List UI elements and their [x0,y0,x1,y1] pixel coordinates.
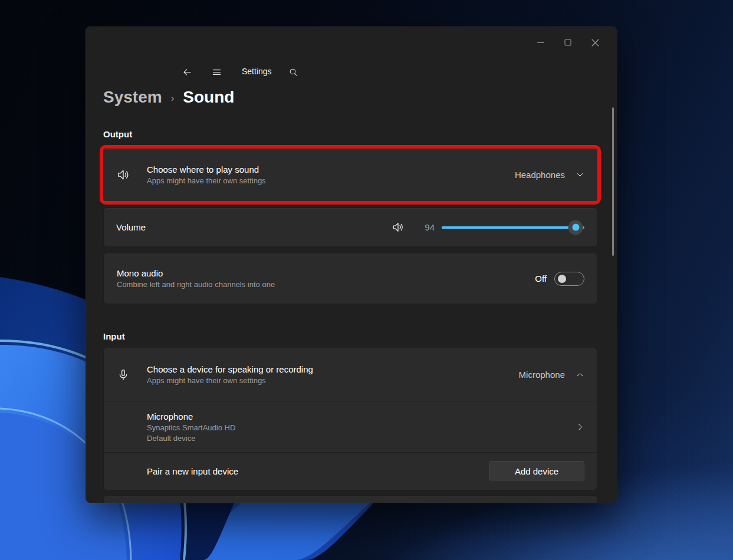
output-volume-label: Volume [116,222,146,232]
arrow-left-icon [182,67,192,77]
back-button[interactable] [178,63,196,81]
input-picker-title: Choose a device for speaking or recordin… [147,364,313,374]
input-device-value: Microphone [519,370,565,380]
app-title: Settings [242,67,272,76]
navigation-menu-button[interactable] [208,63,225,81]
breadcrumb-system[interactable]: System [103,88,162,107]
window-caption-buttons: ─ [527,32,609,52]
pair-device-label: Pair a new input device [147,466,238,476]
minimize-button[interactable]: ─ [527,32,554,52]
page-title: Sound [183,88,234,107]
input-device-group-card: Choose a device for speaking or recordin… [103,348,597,490]
output-volume-value: 94 [420,222,435,232]
maximize-icon [564,39,571,46]
mono-audio-subtitle: Combine left and right audio channels in… [117,280,275,289]
output-volume-slider[interactable] [442,219,584,236]
chevron-up-icon[interactable] [576,370,584,379]
output-section-label: Output [103,129,597,139]
device-status: Default device [147,434,235,443]
microphone-device-row[interactable]: Microphone Synaptics SmartAudio HD Defau… [104,401,597,452]
output-device-value: Headphones [515,170,565,180]
close-icon [591,39,599,47]
output-volume-card: Volume 94 [103,207,597,247]
input-picker-subtitle: Apps might have their own settings [147,376,313,385]
slider-track[interactable] [442,226,584,229]
breadcrumb-separator-icon: › [171,93,175,104]
close-button[interactable] [581,32,609,52]
microphone-icon [116,368,130,382]
input-volume-card: Volume 92 [103,495,597,503]
pair-device-row: Pair a new input device Add device [104,452,597,490]
scrollbar[interactable] [610,27,616,503]
slider-thumb[interactable] [568,220,583,235]
breadcrumb: System › Sound [103,88,234,107]
red-highlight-annotation: Choose where to play sound Apps might ha… [100,145,601,205]
device-name: Microphone [147,411,235,421]
input-section-label: Input [103,331,597,341]
output-picker-title: Choose where to play sound [147,164,266,174]
mono-audio-title: Mono audio [117,268,275,278]
search-button[interactable] [284,63,302,81]
scrollbar-thumb[interactable] [612,107,614,256]
speaker-icon [116,167,131,182]
chevron-right-icon [576,423,584,431]
slider-fill [442,226,576,229]
hamburger-menu-icon [212,67,222,77]
speaker-icon[interactable] [392,220,405,234]
device-description: Synaptics SmartAudio HD [147,423,235,432]
output-device-picker[interactable]: Choose where to play sound Apps might ha… [103,149,597,201]
mono-audio-state-label: Off [535,274,547,284]
add-device-button[interactable]: Add device [489,461,584,482]
output-picker-subtitle: Apps might have their own settings [147,176,266,185]
settings-window: Settings ─ System › Sound Output [86,27,617,503]
maximize-button[interactable] [554,32,581,52]
input-device-picker[interactable]: Choose a device for speaking or recordin… [104,348,597,401]
toggle-knob [558,275,566,283]
chevron-down-icon[interactable] [576,170,584,179]
mono-audio-card: Mono audio Combine left and right audio … [103,253,597,304]
search-icon [288,67,298,77]
mono-audio-toggle[interactable] [554,272,584,286]
